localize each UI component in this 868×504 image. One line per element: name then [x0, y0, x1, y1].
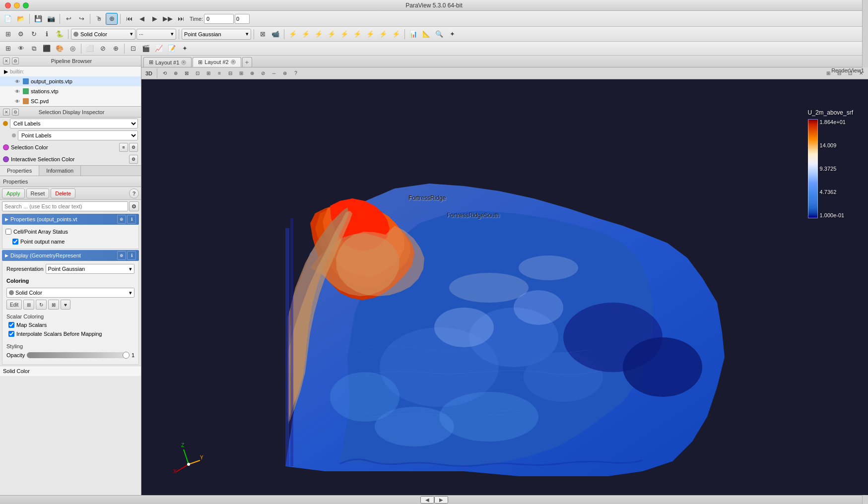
rv-btn-2[interactable]: ⊕: [171, 68, 181, 78]
rv-btn-7[interactable]: ⊟: [225, 68, 235, 78]
tab-properties[interactable]: Properties: [0, 166, 39, 176]
interpolate-scalars-checkbox[interactable]: [8, 331, 14, 337]
eye-icon-1[interactable]: 👁: [14, 78, 21, 85]
filter-9[interactable]: ⚡: [390, 28, 402, 40]
rv-btn-6[interactable]: ≡: [214, 68, 224, 78]
view-button[interactable]: ⬜: [84, 43, 96, 55]
pipeline-close-btn[interactable]: ✕: [3, 58, 10, 64]
script-button[interactable]: 📝: [166, 43, 178, 55]
rv-btn-12[interactable]: ⊛: [280, 68, 290, 78]
tab-information[interactable]: Information: [39, 166, 81, 176]
slice-button[interactable]: ⊘: [97, 43, 109, 55]
edit-button[interactable]: Edit: [6, 300, 22, 310]
play-back-button[interactable]: ◀: [136, 13, 148, 25]
eye-icon-2[interactable]: 👁: [14, 88, 21, 95]
layout-tab-2[interactable]: ⊞ Layout #2 ✕: [193, 57, 241, 67]
interactive-color-settings[interactable]: ⚙: [129, 155, 138, 164]
filter-7[interactable]: ⚡: [364, 28, 376, 40]
window-controls[interactable]: [5, 2, 29, 8]
section-copy-btn[interactable]: ⊕: [117, 215, 126, 224]
table-button[interactable]: ⊞: [2, 43, 14, 55]
play-start-button[interactable]: ⏮: [123, 13, 135, 25]
layout-tab-1-close[interactable]: ✕: [181, 60, 186, 65]
anim-button[interactable]: 🎬: [140, 43, 152, 55]
pipeline-item-sc-pvd[interactable]: 👁 SC.pvd: [0, 96, 141, 106]
probe-button[interactable]: ⊕: [110, 43, 122, 55]
pipeline-item-stations[interactable]: 👁 stations.vtp: [0, 86, 141, 96]
maximize-button[interactable]: [23, 2, 29, 8]
play-end-button[interactable]: ⏭: [175, 13, 187, 25]
filter-1[interactable]: ⚡: [287, 28, 299, 40]
sdi-close-btn[interactable]: ✕: [3, 109, 10, 116]
close-button[interactable]: [5, 2, 11, 8]
eye-button[interactable]: 👁: [15, 43, 27, 55]
output-section-header[interactable]: ▶ Properties (output_points.vt ⊕ ℹ: [2, 214, 139, 225]
screenshot-2-button[interactable]: ⊡: [127, 43, 139, 55]
rv-btn-4[interactable]: ⊡: [193, 68, 202, 78]
viewport[interactable]: FortressRidge FortressRidgeSouth Z X Y: [141, 79, 868, 495]
special-button[interactable]: ✦: [446, 28, 458, 40]
filter-5[interactable]: ⚡: [338, 28, 350, 40]
save-button[interactable]: 💾: [32, 13, 44, 25]
block-button[interactable]: ⬛: [41, 43, 53, 55]
eye-icon-3[interactable]: 👁: [14, 98, 21, 105]
stats-button[interactable]: 📈: [153, 43, 165, 55]
apply-button[interactable]: Apply: [2, 189, 25, 198]
select-points-button[interactable]: ◎: [67, 43, 78, 55]
search-gear-icon[interactable]: ⚙: [129, 201, 139, 211]
info-button[interactable]: ℹ: [41, 28, 53, 40]
layout-tab-2-close[interactable]: ✕: [231, 60, 236, 64]
layout-tab-1[interactable]: ⊞ Layout #1 ✕: [143, 57, 192, 67]
minimize-button[interactable]: [14, 2, 20, 8]
rv-btn-5[interactable]: ⊞: [203, 68, 213, 78]
properties-panel[interactable]: Apply Reset Delete ? ⚙ ▶ Properties (out…: [0, 187, 141, 495]
show-all-button[interactable]: ⊞: [2, 28, 14, 40]
play-button[interactable]: ▶: [149, 13, 161, 25]
opacity-slider[interactable]: [27, 352, 130, 358]
bottom-next-btn[interactable]: ▶: [434, 496, 448, 504]
cell-labels-dropdown[interactable]: Cell Labels: [10, 119, 138, 128]
filter-8[interactable]: ⚡: [377, 28, 389, 40]
extra-btn[interactable]: ✦: [179, 43, 191, 55]
sdi-settings-btn[interactable]: ⚙: [12, 109, 19, 116]
pipeline-settings-btn[interactable]: ⚙: [12, 58, 19, 64]
point-labels-dropdown[interactable]: Point Labels: [18, 130, 138, 140]
rv-btn-9[interactable]: ⊕: [247, 68, 257, 78]
time-num-input[interactable]: [235, 14, 250, 24]
display-info-btn[interactable]: ℹ: [127, 251, 136, 260]
section-info-btn[interactable]: ℹ: [127, 215, 136, 224]
pipeline-item-builtin[interactable]: ▶ builtin:: [0, 66, 141, 76]
display-section-header[interactable]: ▶ Display (GeometryRepresent ⊕ ℹ: [2, 250, 139, 261]
camera-button[interactable]: 📹: [269, 28, 281, 40]
save-screenshot-button[interactable]: 📷: [45, 13, 57, 25]
display-copy-btn[interactable]: ⊕: [117, 251, 126, 260]
filter-4[interactable]: ⚡: [326, 28, 337, 40]
rv-btn-8[interactable]: ⊞: [236, 68, 246, 78]
settings-button[interactable]: ⚙: [15, 28, 27, 40]
bottom-prev-btn[interactable]: ◀: [420, 496, 434, 504]
edit-btn-4[interactable]: ⊠: [48, 300, 59, 310]
add-layout-tab-button[interactable]: +: [242, 57, 252, 67]
new-button[interactable]: 📄: [2, 13, 14, 25]
search-input[interactable]: [2, 201, 128, 211]
rv-btn-11[interactable]: ↔: [269, 68, 279, 78]
open-button[interactable]: 📂: [15, 13, 27, 25]
query-button[interactable]: 🔍: [433, 28, 445, 40]
measure-button[interactable]: 📐: [420, 28, 432, 40]
delete-button[interactable]: Delete: [51, 189, 75, 198]
resize-button[interactable]: ⊠: [257, 28, 268, 40]
point-output-checkbox[interactable]: [12, 239, 18, 245]
layer-button[interactable]: ⧉: [28, 43, 40, 55]
chart-button[interactable]: 📊: [407, 28, 419, 40]
refresh-button[interactable]: ↻: [28, 28, 40, 40]
color-dropdown[interactable]: Solid Color ▾: [71, 29, 135, 40]
filter-2[interactable]: ⚡: [300, 28, 312, 40]
representation-dropdown[interactable]: Point Gaussian ▾: [46, 264, 134, 274]
selection-color-settings[interactable]: ⚙: [129, 143, 138, 152]
rv-btn-3[interactable]: ⊠: [182, 68, 192, 78]
time-input[interactable]: [204, 14, 234, 24]
repr-dropdown-extra[interactable]: ··· ▾: [136, 29, 176, 40]
play-fwd-button[interactable]: ▶▶: [162, 13, 174, 25]
rv-btn-10[interactable]: ⊘: [258, 68, 268, 78]
help-button[interactable]: ?: [129, 189, 139, 198]
